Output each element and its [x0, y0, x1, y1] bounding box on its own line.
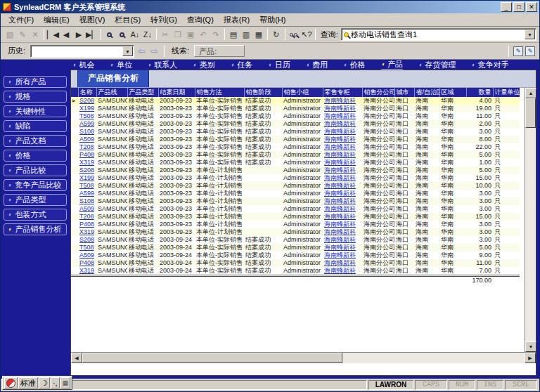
close-button[interactable]: ✕	[526, 2, 537, 12]
retail-counter-link[interactable]: 海南蜂新科	[323, 197, 362, 205]
table-row[interactable]: P408SAMSUNG移动电话2003-09-23本单位-计划销售Adminis…	[71, 221, 520, 228]
sidebar-item-关键特性[interactable]: ◖关键特性	[4, 105, 67, 117]
retail-counter-link[interactable]: 海南蜂新科	[323, 120, 362, 128]
retail-counter-link[interactable]: 海南蜂新科	[323, 97, 362, 105]
sidebar-item-产品文档[interactable]: ◖产品文档	[4, 135, 67, 147]
table-row[interactable]: T508SAMSUNG移动电话2003-09-23本单位-计划销售Adminis…	[71, 182, 520, 190]
column-header-销售方法[interactable]: 销售方法	[195, 88, 244, 97]
sidebar-item-产品比较[interactable]: ◖产品比较	[4, 164, 67, 176]
retail-counter-link[interactable]: 海南蜂新科	[323, 159, 362, 166]
history-combobox[interactable]: ▼	[30, 45, 134, 58]
table-row[interactable]: S208SAMSUNG移动电话2003-09-24本单位-实际销售结案成功Adm…	[71, 236, 520, 244]
column-header-销售小组[interactable]: 销售小组	[282, 88, 323, 97]
table-row[interactable]: T508SAMSUNG移动电话2003-09-24本单位-实际销售结案成功Adm…	[71, 244, 520, 251]
table-row[interactable]: T508SAMSUNG移动电话2003-09-23本单位-实际销售结案成功Adm…	[71, 112, 520, 120]
menu-item[interactable]: 帮助(H)	[255, 13, 290, 27]
column-header-零售专柜[interactable]: 零售专柜	[323, 88, 362, 97]
table-row[interactable]: A599SAMSUNG移动电话2003-09-23本单位-实际销售结案成功Adm…	[71, 120, 520, 128]
vertical-scrollbar[interactable]: ▲ ▼	[525, 88, 536, 352]
table-row[interactable]: X319SAMSUNG移动电话2003-09-24本单位-实际销售结案成功Adm…	[71, 267, 520, 276]
column-header-名称[interactable]: 名称	[78, 88, 96, 97]
find-binoculars-icon[interactable]	[288, 28, 300, 41]
tab-价格[interactable]: ◖价格	[343, 60, 365, 70]
retail-counter-link[interactable]: 海南蜂新科	[323, 267, 362, 276]
product-name-link[interactable]: X319	[78, 228, 96, 236]
retail-counter-link[interactable]: 海南蜂新科	[323, 128, 362, 136]
column-header-销售阶段[interactable]: 销售阶段	[244, 88, 282, 97]
first-record-icon[interactable]: ▏◀	[46, 28, 60, 41]
table-row[interactable]: S108SAMSUNG移动电话2003-09-23本单位-实际销售结案成功Adm…	[71, 128, 520, 136]
column-header-产品线[interactable]: 产品线	[96, 88, 127, 97]
retail-counter-link[interactable]: 海南蜂新科	[323, 182, 362, 190]
column-header-数量[interactable]: 数量	[466, 88, 493, 97]
column-header-省/自治区[interactable]: 省/自治区	[414, 88, 439, 97]
table-row[interactable]: A509SAMSUNG移动电话2003-09-23本单位-计划销售Adminis…	[71, 205, 520, 213]
retail-counter-link[interactable]: 海南蜂新科	[323, 136, 362, 143]
menu-item[interactable]: 栏目(S)	[110, 13, 146, 27]
query-combobox[interactable]: 移动电话销售查询1 ▼	[341, 28, 536, 41]
product-name-link[interactable]: A599	[78, 120, 96, 128]
scroll-up-icon[interactable]: ▲	[525, 88, 536, 98]
table-row[interactable]: X319SAMSUNG移动电话2003-09-23本单位-实际销售结案成功Adm…	[71, 159, 520, 166]
product-name-link[interactable]: P408	[78, 221, 96, 228]
product-name-link[interactable]: T208	[78, 213, 96, 221]
column-header-销售分公司[interactable]: 销售分公司	[362, 88, 394, 97]
sidebar-item-价格[interactable]: ◖价格	[4, 150, 67, 162]
product-name-link[interactable]: A599	[78, 190, 96, 197]
table-row[interactable]: A509SAMSUNG移动电话2003-09-24本单位-实际销售结案成功Adm…	[71, 251, 520, 259]
sidebar-item-产品销售分析[interactable]: ◖产品销售分析	[4, 223, 67, 235]
menu-item[interactable]: 编辑(E)	[39, 13, 75, 27]
retail-counter-link[interactable]: 海南蜂新科	[323, 213, 362, 221]
table-row[interactable]: X199SAMSUNG移动电话2003-09-23本单位-实际销售结案成功Adm…	[71, 105, 520, 112]
retail-counter-link[interactable]: 海南蜂新科	[323, 251, 362, 259]
history-back-icon[interactable]: ⇦	[136, 46, 147, 56]
notepad-icon[interactable]: ✎	[513, 46, 523, 56]
context-help-icon[interactable]: ↖?	[300, 28, 313, 41]
table-row[interactable]: A599SAMSUNG移动电话2003-09-23本单位-计划销售Adminis…	[71, 190, 520, 197]
retail-counter-link[interactable]: 海南蜂新科	[323, 259, 362, 267]
column-header-城市[interactable]: 城市	[394, 88, 414, 97]
scroll-left-icon[interactable]: ◀	[71, 353, 82, 363]
ime-keyboard-icon[interactable]: ▦	[60, 377, 71, 388]
horizontal-scrollbar[interactable]: ◀ ▶	[71, 352, 536, 363]
column-header-计量单位[interactable]: 计量单位	[493, 88, 520, 97]
history-forward-icon[interactable]: ⇨	[149, 46, 160, 56]
product-name-link[interactable]: T508	[78, 182, 96, 190]
retail-counter-link[interactable]: 海南蜂新科	[323, 143, 362, 151]
ime-logo-icon[interactable]	[6, 379, 15, 388]
product-name-link[interactable]: P408	[78, 259, 96, 267]
tab-存货管理[interactable]: ◖存货管理	[418, 60, 456, 70]
find-icon[interactable]	[103, 28, 116, 41]
history-dropdown-arrow[interactable]: ▼	[122, 46, 133, 56]
product-name-link[interactable]: T508	[78, 244, 96, 251]
prev-record-icon[interactable]: ◀	[60, 28, 72, 41]
menu-item[interactable]: 文件(F)	[4, 13, 39, 27]
table-row[interactable]: P408SAMSUNG移动电话2003-09-24本单位-实际销售结案成功Adm…	[71, 259, 520, 267]
tab-联系人[interactable]: ◖联系人	[148, 60, 177, 70]
print-preview-icon[interactable]: ▦	[252, 28, 265, 41]
sidebar-item-缺陷[interactable]: ◖缺陷	[4, 120, 67, 132]
product-name-link[interactable]: T508	[78, 112, 96, 120]
column-header-结案日期[interactable]: 结案日期	[158, 88, 195, 97]
retail-counter-link[interactable]: 海南蜂新科	[323, 190, 362, 197]
ime-punctuation-icon[interactable]: ·,	[51, 377, 60, 388]
last-record-icon[interactable]: ▶▏	[85, 28, 98, 41]
retail-counter-link[interactable]: 海南蜂新科	[323, 236, 362, 244]
restore-button[interactable]: □	[513, 2, 525, 12]
tab-日历[interactable]: ◖日历	[268, 60, 290, 70]
vertical-scroll-thumb[interactable]	[525, 98, 536, 128]
product-name-link[interactable]: X319	[78, 159, 96, 166]
menu-item[interactable]: 转到(G)	[146, 13, 182, 27]
find-preview-icon[interactable]	[116, 28, 129, 41]
print-to-icon[interactable]: ▥	[240, 28, 252, 41]
product-name-link[interactable]: P408	[78, 151, 96, 159]
table-header-row[interactable]: 名称产品线产品类型结案日期销售方法销售阶段销售小组零售专柜销售分公司城市省/自治…	[71, 88, 520, 97]
sidebar-item-规格[interactable]: ◖规格	[4, 91, 67, 103]
sort-ascending-icon[interactable]: A↓	[129, 28, 141, 41]
ime-halfwidth-moon-icon[interactable]: ☽	[39, 377, 50, 388]
product-name-link[interactable]: A509	[78, 205, 96, 213]
product-name-link[interactable]: S108	[78, 128, 96, 136]
query-dropdown-arrow[interactable]: ▼	[525, 30, 535, 39]
retail-counter-link[interactable]: 海南蜂新科	[323, 151, 362, 159]
menu-item[interactable]: 视图(V)	[75, 13, 110, 27]
